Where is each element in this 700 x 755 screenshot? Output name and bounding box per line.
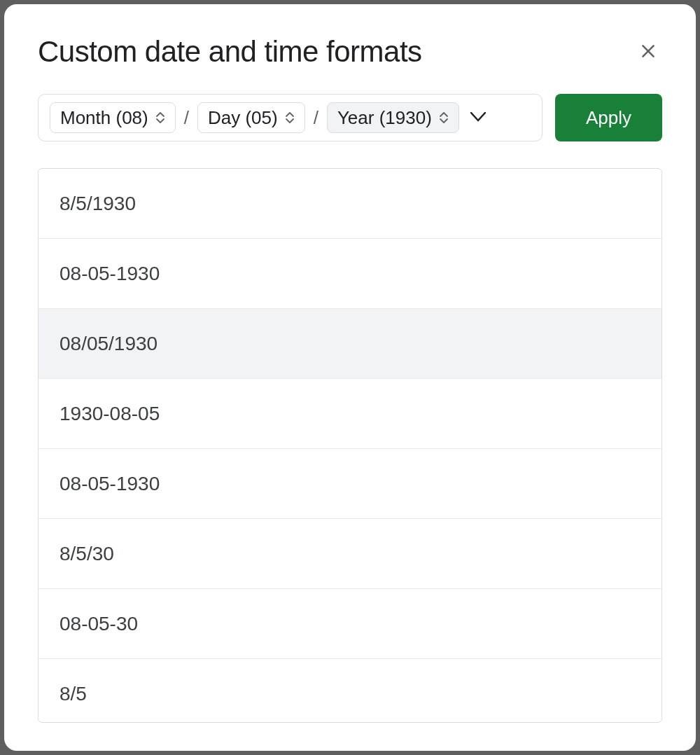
dialog-header: Custom date and time formats — [38, 35, 662, 69]
format-token[interactable]: Month (08) — [50, 102, 176, 133]
format-preset-label: 8/5/1930 — [59, 193, 136, 215]
format-preset-label: 8/5/30 — [59, 543, 114, 565]
custom-date-time-dialog: Custom date and time formats Month (08)/… — [4, 4, 696, 751]
format-preset-item[interactable]: 8/5/1930 — [38, 169, 662, 239]
stepper-icon — [155, 111, 165, 124]
chevron-down-icon — [470, 112, 486, 124]
format-token[interactable]: Day (05) — [197, 102, 305, 133]
format-token-label: Month (08) — [60, 107, 148, 129]
format-preset-scroll[interactable]: 8/5/193008-05-193008/05/19301930-08-0508… — [38, 169, 662, 722]
format-preset-label: 08-05-30 — [59, 613, 138, 635]
format-preset-item[interactable]: 1930-08-05 — [38, 379, 662, 449]
format-preset-item[interactable]: 08-05-1930 — [38, 239, 662, 309]
format-preset-label: 1930-08-05 — [59, 403, 160, 425]
add-token-dropdown[interactable] — [468, 112, 489, 124]
format-preset-item[interactable]: 08-05-30 — [38, 589, 662, 659]
format-builder-row: Month (08)/Day (05)/Year (1930) Apply — [38, 94, 662, 141]
format-token-label: Day (05) — [208, 107, 278, 129]
dialog-title: Custom date and time formats — [38, 35, 422, 69]
format-preset-label: 8/5 — [59, 683, 87, 705]
format-preset-item[interactable]: 08/05/1930 — [38, 309, 662, 379]
format-preset-item[interactable]: 08-05-1930 — [38, 449, 662, 519]
apply-button[interactable]: Apply — [555, 94, 662, 141]
format-preset-label: 08/05/1930 — [59, 333, 158, 355]
stepper-icon — [439, 111, 449, 124]
format-preset-item[interactable]: 8/5 — [38, 659, 662, 722]
close-icon — [639, 42, 657, 62]
stepper-icon — [285, 111, 295, 124]
close-button[interactable] — [634, 38, 662, 66]
token-separator: / — [184, 107, 189, 129]
format-preset-label: 08-05-1930 — [59, 263, 160, 285]
format-preset-item[interactable]: 8/5/30 — [38, 519, 662, 589]
token-separator: / — [314, 107, 318, 129]
format-preset-label: 08-05-1930 — [59, 473, 160, 495]
format-preset-list: 8/5/193008-05-193008/05/19301930-08-0508… — [38, 168, 662, 723]
format-token-label: Year (1930) — [337, 107, 432, 129]
format-builder[interactable]: Month (08)/Day (05)/Year (1930) — [38, 94, 542, 141]
format-token[interactable]: Year (1930) — [327, 102, 459, 133]
